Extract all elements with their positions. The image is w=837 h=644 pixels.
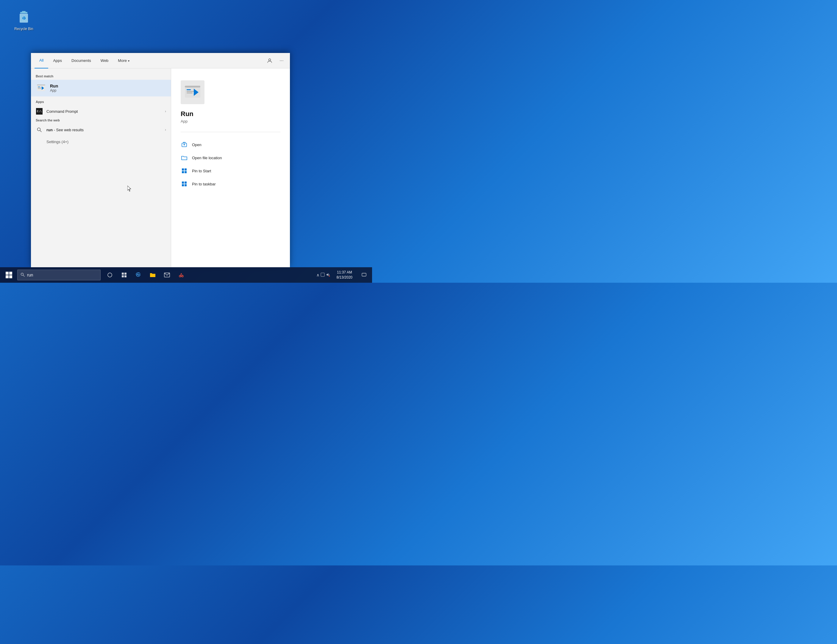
run-app-type: App [50,88,166,93]
svg-rect-39 [125,275,126,277]
svg-point-7 [269,59,271,61]
web-search-run[interactable]: run - See web results › [31,124,171,136]
edge-browser-button[interactable] [131,267,145,283]
search-icon [21,273,25,278]
command-prompt-label: Command Prompt [46,109,165,114]
search-web-icon [36,126,43,133]
desktop: ♻ Recycle Bin All Apps Documents Web [0,0,372,283]
run-app-name: Run [50,84,166,88]
tab-actions: ··· [265,56,286,66]
recycle-bin-label: Recycle Bin [14,27,33,31]
best-match-label: Best match [31,73,171,80]
taskbar-right: ∧ 11:37 AM 8/13/2020 [315,267,371,283]
apps-section-label: Apps [31,99,171,105]
svg-rect-12 [38,88,41,89]
svg-rect-26 [185,169,187,170]
task-view-button[interactable] [103,267,117,283]
svg-rect-36 [122,273,124,275]
svg-rect-28 [185,171,187,173]
network-icon[interactable] [320,273,325,278]
svg-rect-27 [182,171,184,173]
svg-rect-1 [22,11,26,13]
tab-documents[interactable]: Documents [67,53,96,69]
cmd-icon: C:\ [36,108,43,115]
svg-line-15 [40,131,42,132]
search-detail-panel: Run App Open Open file location [171,69,290,267]
folder-icon [181,154,188,161]
chevron-down-icon: ▾ [128,59,130,62]
date-display: 8/13/2020 [336,275,353,280]
notifications-button[interactable] [357,267,371,283]
tab-apps[interactable]: Apps [48,53,67,69]
clock[interactable]: 11:37 AM 8/13/2020 [333,270,356,280]
open-icon [181,141,188,148]
volume-icon[interactable] [326,273,330,278]
taskbar: ∧ 11:37 AM 8/13/2020 [0,267,372,283]
search-tabs: All Apps Documents Web More ▾ ··· [31,53,290,69]
detail-divider [181,132,281,132]
tab-more[interactable]: More ▾ [113,53,134,69]
tab-all[interactable]: All [34,53,48,69]
open-label: Open [192,143,202,147]
svg-rect-25 [182,169,184,170]
svg-rect-50 [362,273,366,276]
web-search-text: run - See web results [46,128,84,132]
svg-rect-19 [187,91,194,92]
tab-web[interactable]: Web [96,53,113,69]
svg-rect-30 [185,182,187,184]
settings-item[interactable]: Settings (4+) [31,136,171,147]
search-panel: All Apps Documents Web More ▾ ··· [31,53,290,267]
svg-rect-9 [37,85,45,85]
pin-start-icon [181,167,188,174]
web-search-arrow: › [165,128,166,132]
run-app-large-icon [181,80,205,104]
start-button[interactable] [1,267,16,283]
action-pin-to-start[interactable]: Pin to Start [181,164,281,177]
svg-rect-31 [182,184,184,186]
file-explorer-button[interactable] [146,267,159,283]
open-file-location-label: Open file location [192,156,222,160]
search-results-panel: Best match [31,69,171,267]
more-options-button[interactable]: ··· [277,56,286,66]
svg-rect-18 [187,89,191,90]
svg-point-35 [108,273,112,277]
command-prompt-arrow: › [165,109,166,113]
user-icon-button[interactable] [265,56,274,66]
svg-rect-20 [187,93,193,93]
svg-rect-29 [182,182,184,184]
recycle-bin-graphic: ♻ [15,9,32,26]
svg-rect-46 [321,273,325,277]
widgets-button[interactable] [117,267,131,283]
action-open[interactable]: Open [181,138,281,151]
mail-button[interactable] [160,267,174,283]
svg-rect-38 [122,275,124,277]
svg-rect-37 [125,273,126,275]
detail-app-type: App [181,119,187,123]
svg-rect-11 [38,87,42,88]
taskbar-search-box[interactable] [17,270,101,280]
web-section-label: Search the web [31,117,171,124]
command-prompt-item[interactable]: C:\ Command Prompt › [31,105,171,117]
run-app-icon-small [36,83,46,93]
taskbar-icons [103,267,188,283]
action-pin-to-taskbar[interactable]: Pin to taskbar [181,177,281,190]
svg-rect-32 [185,184,187,186]
settings-icon [36,138,43,145]
snipping-tool-button[interactable] [174,267,188,283]
svg-rect-10 [38,87,40,87]
settings-label: Settings (4+) [46,139,69,144]
detail-app-name: Run [181,110,194,118]
recycle-bin-icon[interactable]: ♻ Recycle Bin [12,9,36,31]
pin-start-label: Pin to Start [192,169,211,173]
pin-taskbar-label: Pin to taskbar [192,182,216,186]
run-app-info: Run App [50,84,166,93]
svg-point-33 [21,273,23,275]
up-arrow-icon[interactable]: ∧ [317,273,319,277]
search-main: Best match [31,69,290,267]
svg-marker-47 [327,273,328,276]
action-open-file-location[interactable]: Open file location [181,151,281,164]
search-input[interactable] [27,273,87,277]
svg-line-34 [23,275,25,277]
pin-taskbar-icon [181,180,188,187]
best-match-run[interactable]: Run App [31,80,171,97]
